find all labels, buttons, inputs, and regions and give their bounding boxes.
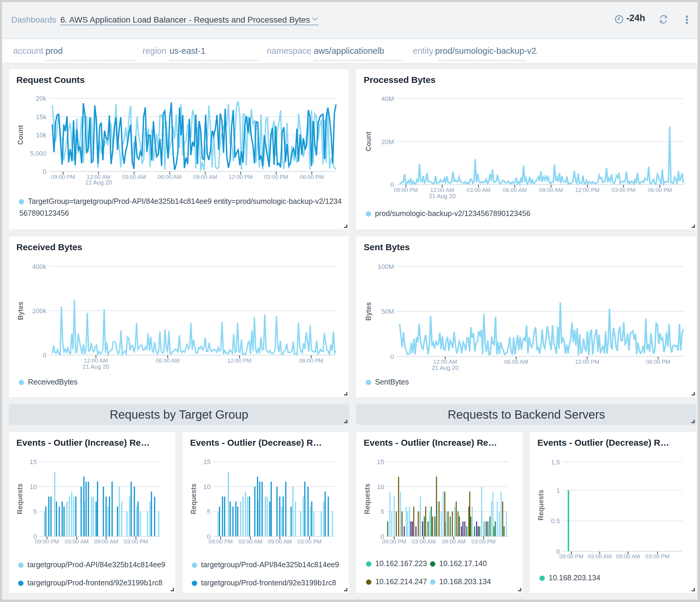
svg-text:09:00 AM: 09:00 AM — [94, 539, 118, 545]
svg-text:0: 0 — [43, 351, 46, 359]
svg-text:Bytes: Bytes — [17, 302, 24, 320]
svg-text:12:00 PM: 12:00 PM — [575, 359, 599, 365]
svg-text:Requests: Requests — [364, 483, 371, 514]
svg-text:50M: 50M — [381, 308, 394, 315]
svg-text:03:00 PM: 03:00 PM — [124, 539, 148, 545]
svg-text:1: 1 — [556, 487, 560, 494]
svg-text:21 Aug 20: 21 Aug 20 — [432, 365, 458, 371]
svg-text:09:00 PM: 09:00 PM — [394, 187, 418, 193]
svg-text:20k: 20k — [36, 95, 47, 102]
svg-text:12:00 PM: 12:00 PM — [229, 174, 253, 180]
svg-text:09:00 PM: 09:00 PM — [35, 539, 59, 545]
svg-text:09:00 PM: 09:00 PM — [51, 174, 75, 180]
svg-text:03:00 PM: 03:00 PM — [645, 553, 669, 559]
svg-text:12:00 AM: 12:00 AM — [430, 187, 454, 193]
svg-text:06:00 PM: 06:00 PM — [648, 187, 672, 193]
svg-text:03:00 PM: 03:00 PM — [297, 539, 322, 545]
svg-text:Bytes: Bytes — [365, 302, 372, 321]
svg-text:03:00 AM: 03:00 AM — [122, 174, 146, 180]
svg-text:03:00 AM: 03:00 AM — [588, 553, 612, 559]
svg-text:09:00 AM: 09:00 AM — [616, 553, 640, 559]
svg-text:03:00 AM: 03:00 AM — [65, 539, 89, 545]
svg-text:40M: 40M — [381, 95, 394, 103]
svg-text:06:00 AM: 06:00 AM — [156, 358, 180, 364]
svg-text:09:00 PM: 09:00 PM — [208, 539, 232, 545]
svg-text:15: 15 — [203, 458, 210, 466]
svg-text:06:00 AM: 06:00 AM — [504, 359, 528, 365]
svg-text:5,000: 5,000 — [30, 150, 46, 157]
svg-text:400k: 400k — [32, 263, 47, 270]
svg-text:0.5: 0.5 — [551, 517, 560, 525]
svg-text:200k: 200k — [32, 307, 47, 315]
svg-text:Count: Count — [17, 125, 24, 145]
svg-text:5: 5 — [33, 508, 37, 515]
svg-text:21 Aug 20: 21 Aug 20 — [83, 363, 109, 370]
svg-text:03:00 PM: 03:00 PM — [611, 187, 635, 193]
svg-text:10: 10 — [30, 483, 37, 491]
svg-text:15: 15 — [30, 458, 37, 466]
svg-text:09:00 PM: 09:00 PM — [559, 553, 583, 559]
svg-text:03:00 AM: 03:00 AM — [412, 539, 435, 545]
svg-text:03:00 PM: 03:00 PM — [264, 174, 288, 180]
svg-text:Count: Count — [365, 131, 372, 151]
svg-text:Requests: Requests — [190, 483, 197, 514]
svg-text:09:00 AM: 09:00 AM — [442, 539, 466, 545]
svg-text:10: 10 — [203, 483, 210, 491]
svg-text:09:00 PM: 09:00 PM — [382, 539, 406, 545]
svg-text:03:00 PM: 03:00 PM — [471, 539, 495, 545]
svg-text:15: 15 — [377, 458, 384, 466]
svg-text:15k: 15k — [36, 113, 47, 121]
svg-text:06:00 PM: 06:00 PM — [646, 359, 670, 365]
svg-text:06:00 AM: 06:00 AM — [503, 187, 527, 193]
svg-text:12:00 PM: 12:00 PM — [575, 187, 599, 193]
svg-text:12:00 AM: 12:00 AM — [433, 359, 457, 365]
svg-text:06:00 PM: 06:00 PM — [300, 174, 324, 180]
svg-text:100M: 100M — [378, 263, 394, 270]
svg-text:10k: 10k — [36, 131, 47, 139]
svg-text:09:00 AM: 09:00 AM — [193, 174, 217, 180]
svg-text:12:00 AM: 12:00 AM — [84, 358, 108, 364]
svg-text:09:00 AM: 09:00 AM — [268, 539, 292, 545]
svg-text:06:00 AM: 06:00 AM — [158, 174, 181, 180]
svg-text:0: 0 — [43, 168, 46, 175]
svg-text:10: 10 — [377, 483, 384, 491]
svg-text:5: 5 — [207, 508, 210, 515]
svg-text:1.5: 1.5 — [551, 459, 560, 466]
svg-text:0: 0 — [391, 181, 394, 188]
svg-text:12:00 PM: 12:00 PM — [227, 358, 252, 364]
svg-text:21 Aug 20: 21 Aug 20 — [429, 193, 455, 200]
svg-text:Requests: Requests — [537, 490, 545, 521]
svg-text:0: 0 — [391, 353, 394, 361]
svg-text:5: 5 — [381, 508, 384, 515]
svg-text:20M: 20M — [381, 138, 394, 146]
svg-text:03:00 AM: 03:00 AM — [239, 539, 262, 545]
svg-text:21 Aug 20: 21 Aug 20 — [85, 179, 112, 186]
svg-text:Requests: Requests — [16, 483, 24, 514]
svg-text:06:00 PM: 06:00 PM — [299, 358, 323, 364]
svg-text:03:00 AM: 03:00 AM — [467, 187, 490, 193]
svg-text:09:00 AM: 09:00 AM — [539, 187, 563, 193]
